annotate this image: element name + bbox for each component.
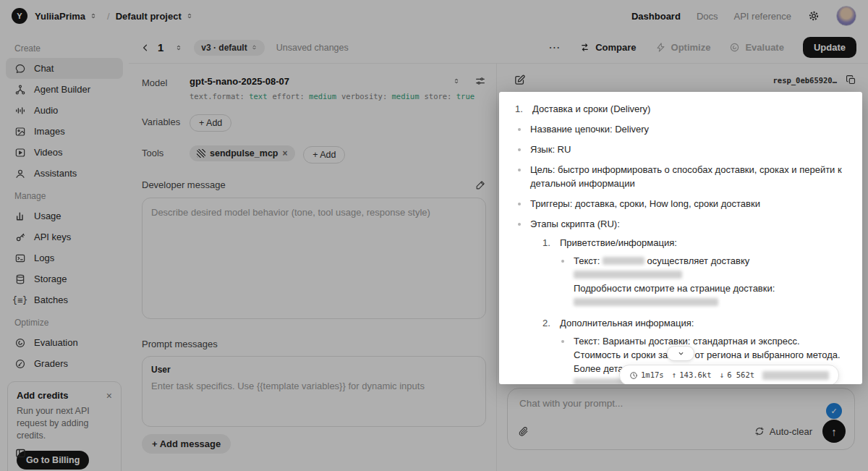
bullet-marker bbox=[518, 128, 521, 131]
output-tokens-value: 6 562t bbox=[727, 368, 754, 382]
number-marker: 1. bbox=[515, 102, 526, 116]
input-tokens-value: 143.6kt bbox=[679, 368, 711, 382]
response-panel: 1.Доставка и сроки (Delivery)Название це… bbox=[499, 92, 862, 384]
bullet-marker bbox=[561, 260, 564, 263]
number-marker: 2. bbox=[542, 316, 553, 330]
response-line: 2.Дополнительная информация: bbox=[515, 316, 843, 330]
bullet-marker bbox=[518, 169, 521, 171]
response-stats-pill: 1m17s ↑ 143.6kt ↓ 6 562t bbox=[619, 365, 839, 384]
duration-value: 1m17s bbox=[641, 368, 664, 382]
response-line: Текст: осуществляет доставку Подробности… bbox=[515, 254, 843, 309]
response-line: Этапы скрипта (RU): bbox=[515, 217, 843, 231]
scroll-down-button[interactable] bbox=[667, 346, 694, 361]
input-tokens-stat: ↑ 143.6kt bbox=[672, 368, 712, 382]
response-line: Цель: быстро информировать о способах до… bbox=[515, 163, 843, 190]
response-line: 1.Приветствие/информация: bbox=[515, 236, 843, 250]
clock-icon bbox=[629, 371, 638, 380]
number-marker: 1. bbox=[542, 236, 553, 250]
response-line: Название цепочки: Delivery bbox=[515, 122, 843, 136]
bullet-marker bbox=[518, 203, 521, 205]
redacted-text bbox=[762, 371, 829, 380]
output-tokens-stat: ↓ 6 562t bbox=[720, 368, 755, 382]
bullet-marker bbox=[518, 148, 521, 151]
arrow-down-icon: ↓ bbox=[720, 368, 725, 382]
redacted-text bbox=[574, 271, 682, 279]
response-line: Язык: RU bbox=[515, 143, 843, 156]
bullet-marker bbox=[561, 340, 564, 343]
response-line: 1.Доставка и сроки (Delivery) bbox=[515, 102, 843, 116]
chevron-down-icon bbox=[677, 349, 685, 357]
redacted-text bbox=[574, 298, 718, 306]
duration-stat: 1m17s bbox=[629, 368, 664, 382]
response-line: Триггеры: доставка, сроки, How long, сро… bbox=[515, 197, 843, 211]
redacted-text bbox=[603, 257, 644, 265]
bullet-marker bbox=[518, 223, 521, 226]
arrow-up-icon: ↑ bbox=[672, 368, 677, 382]
response-content: 1.Доставка и сроки (Delivery)Название це… bbox=[515, 102, 843, 384]
